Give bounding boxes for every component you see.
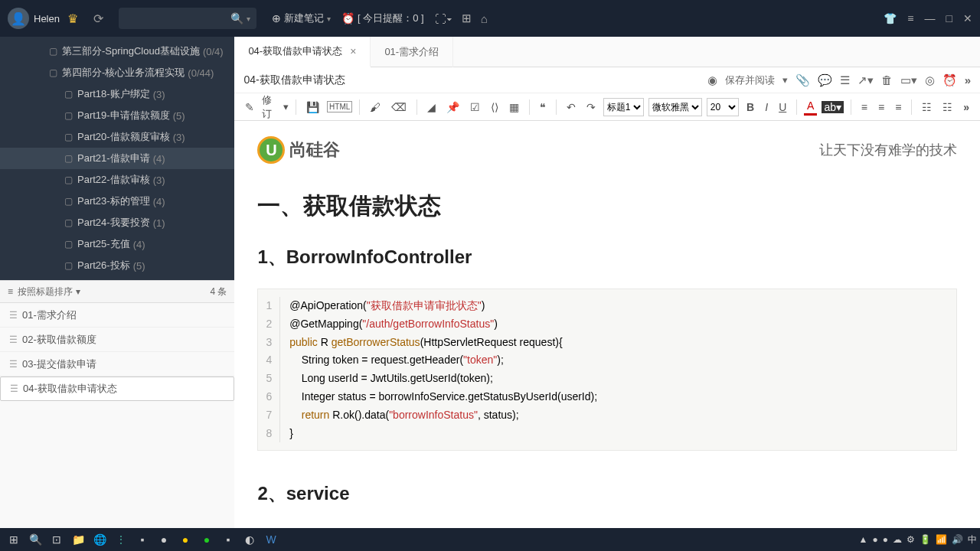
tree-item[interactable]: ▢Part23-标的管理(4) bbox=[0, 191, 234, 212]
globe-icon[interactable]: ◎ bbox=[925, 73, 935, 87]
tree-folder[interactable]: ▢第四部分-核心业务流程实现(0/44) bbox=[0, 62, 234, 83]
vscode-icon[interactable]: ⋮ bbox=[110, 530, 132, 549]
app-icon[interactable]: ◐ bbox=[239, 530, 260, 549]
tree-item[interactable]: ▢Part18-账户绑定(3) bbox=[0, 83, 234, 105]
tree-item[interactable]: ▢Part22-借款审核(3) bbox=[0, 169, 234, 191]
undo-icon[interactable]: ↶ bbox=[564, 99, 579, 115]
battery-icon[interactable]: 🔋 bbox=[920, 534, 931, 545]
ime-indicator[interactable]: 中 bbox=[968, 533, 977, 546]
username[interactable]: Helen bbox=[34, 13, 60, 24]
tray-icon[interactable]: ⚙ bbox=[906, 534, 915, 545]
tree-folder[interactable]: ▢第三部分-SpringCloud基础设施(0/4) bbox=[0, 41, 234, 62]
attachment-icon[interactable]: 📎 bbox=[795, 73, 810, 87]
tree-item[interactable]: ▢Part25-充值(4) bbox=[0, 233, 234, 255]
eye-icon[interactable]: ◉ bbox=[707, 73, 717, 87]
redo-icon[interactable]: ↷ bbox=[583, 99, 599, 115]
tray-icon[interactable]: ● bbox=[883, 534, 888, 545]
bg-color-button[interactable]: ab▾ bbox=[822, 101, 844, 113]
tray-icon[interactable]: ● bbox=[873, 534, 878, 545]
grid-icon[interactable]: ⊞ bbox=[462, 11, 472, 25]
html-icon[interactable]: HTML bbox=[327, 101, 352, 112]
new-note-button[interactable]: ⊕ 新建笔记 ▾ bbox=[272, 11, 331, 25]
book-icon[interactable]: ▭▾ bbox=[900, 73, 917, 87]
app-icon[interactable]: ● bbox=[175, 530, 196, 549]
brush-icon[interactable]: 🖌 bbox=[367, 99, 384, 115]
window-controls: 👕 ≡ — □ ✕ bbox=[884, 12, 972, 24]
highlight-icon[interactable]: ◢ bbox=[424, 99, 439, 115]
task-view-icon[interactable]: ⊡ bbox=[46, 530, 67, 549]
more-icon[interactable]: » bbox=[965, 73, 971, 86]
terminal-icon[interactable]: ▪ bbox=[132, 530, 153, 549]
close-icon[interactable]: × bbox=[350, 45, 356, 57]
shirt-icon[interactable]: 👕 bbox=[884, 12, 897, 24]
alarm-icon[interactable]: ⏰ bbox=[942, 73, 957, 87]
tray-icon[interactable]: ▲ bbox=[859, 534, 868, 545]
refresh-icon[interactable]: ⟳ bbox=[93, 11, 103, 26]
comment-icon[interactable]: 💬 bbox=[818, 73, 832, 87]
size-select[interactable]: 20 bbox=[707, 98, 739, 116]
edit-icon[interactable]: ✎ bbox=[242, 99, 257, 115]
search-input[interactable]: 🔍 ▾ bbox=[119, 8, 256, 29]
ordered-list-icon[interactable]: ☷ bbox=[919, 99, 935, 115]
note-item[interactable]: ☰03-提交借款申请 bbox=[0, 352, 234, 377]
heading-select[interactable]: 标题1 bbox=[603, 98, 644, 116]
minimize-button[interactable]: — bbox=[925, 12, 936, 24]
font-select[interactable]: 微软雅黑 bbox=[648, 98, 702, 116]
delete-icon[interactable]: 🗑 bbox=[881, 73, 893, 86]
chrome-icon[interactable]: ● bbox=[153, 530, 175, 549]
underline-button[interactable]: U bbox=[776, 99, 789, 115]
tree-item[interactable]: ▢Part26-投标(5) bbox=[0, 255, 234, 276]
home-icon[interactable]: ⌂ bbox=[481, 12, 488, 25]
explorer-icon[interactable]: 📁 bbox=[67, 530, 89, 549]
wifi-icon[interactable]: 📶 bbox=[936, 534, 947, 545]
pin-icon[interactable]: 📌 bbox=[443, 99, 462, 115]
tab[interactable]: 01-需求介绍 bbox=[371, 37, 453, 67]
volume-icon[interactable]: 🔊 bbox=[952, 534, 963, 545]
quote-icon[interactable]: ❝ bbox=[537, 99, 549, 115]
font-color-button[interactable]: A bbox=[804, 98, 817, 116]
note-item[interactable]: ☰01-需求介绍 bbox=[0, 303, 234, 328]
save-icon[interactable]: 💾 bbox=[303, 99, 322, 115]
doc-body[interactable]: U 尚硅谷 让天下没有难学的技术 一、获取借款状态 1、BorrowInfoCo… bbox=[234, 121, 980, 528]
outline-icon[interactable]: ☰ bbox=[840, 73, 850, 87]
eraser-icon[interactable]: ⌫ bbox=[388, 99, 410, 115]
modify-label[interactable]: 修订 bbox=[262, 93, 279, 121]
screen-icon[interactable]: ⛶▾ bbox=[435, 12, 452, 25]
align-center-icon[interactable]: ≡ bbox=[875, 99, 887, 115]
search-icon[interactable]: 🔍 bbox=[24, 530, 46, 549]
maximize-button[interactable]: □ bbox=[946, 12, 952, 24]
menu-icon[interactable]: ≡ bbox=[907, 12, 913, 24]
tree-item[interactable]: ▢Part21-借款申请(4) bbox=[0, 148, 234, 169]
chevron-down-icon: ▾ bbox=[782, 74, 788, 86]
code-icon[interactable]: ⟨⟩ bbox=[488, 99, 501, 115]
word-icon[interactable]: W bbox=[260, 530, 282, 549]
table-icon[interactable]: ▦ bbox=[506, 99, 522, 115]
note-item[interactable]: ☰04-获取借款申请状态 bbox=[0, 377, 234, 401]
bold-button[interactable]: B bbox=[743, 99, 757, 115]
wechat-icon[interactable]: ● bbox=[196, 530, 217, 549]
align-right-icon[interactable]: ≡ bbox=[892, 99, 904, 115]
idea-icon[interactable]: ▪ bbox=[217, 530, 239, 549]
tree-item[interactable]: ▢Part24-我要投资(1) bbox=[0, 212, 234, 233]
edge-icon[interactable]: 🌐 bbox=[89, 530, 110, 549]
unordered-list-icon[interactable]: ☷ bbox=[939, 99, 956, 115]
note-item[interactable]: ☰02-获取借款额度 bbox=[0, 328, 234, 352]
crown-icon[interactable]: ♛ bbox=[67, 11, 78, 26]
save-read-button[interactable]: 保存并阅读 bbox=[725, 73, 775, 87]
tab[interactable]: 04-获取借款申请状态 × bbox=[234, 37, 371, 67]
italic-button[interactable]: I bbox=[762, 99, 771, 115]
check-icon[interactable]: ☑ bbox=[467, 99, 483, 115]
share-icon[interactable]: ↗▾ bbox=[858, 73, 874, 87]
tree-item[interactable]: ▢Part19-申请借款额度(5) bbox=[0, 105, 234, 126]
folder-icon: ▢ bbox=[64, 217, 73, 228]
user-avatar[interactable]: 👤 bbox=[8, 8, 29, 29]
reminder-button[interactable]: ⏰ [ 今日提醒：0 ] bbox=[341, 11, 424, 25]
close-button[interactable]: ✕ bbox=[963, 12, 972, 24]
chevron-down-icon: ▾ bbox=[247, 15, 250, 23]
sort-bar[interactable]: ≡ 按照标题排序 ▾ 4 条 bbox=[0, 280, 234, 303]
start-button[interactable]: ⊞ bbox=[3, 530, 24, 549]
more-icon[interactable]: » bbox=[960, 99, 972, 115]
tray-icon[interactable]: ☁ bbox=[893, 534, 902, 545]
align-left-icon[interactable]: ≡ bbox=[858, 99, 871, 115]
tree-item[interactable]: ▢Part20-借款额度审核(3) bbox=[0, 126, 234, 148]
